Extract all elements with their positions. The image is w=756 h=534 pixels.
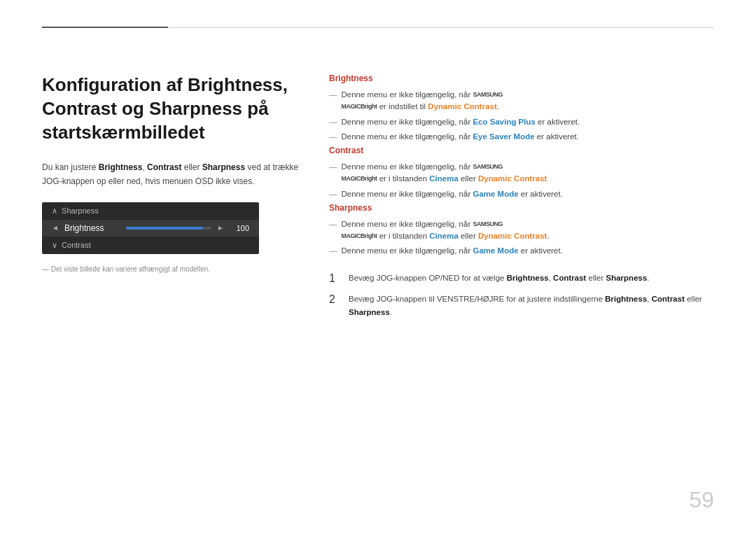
- page-container: Konfiguration af Brightness,Contrast og …: [0, 0, 756, 534]
- osd-right-arrow: ►: [217, 224, 224, 232]
- osd-contrast-label: ∨ Contrast: [52, 241, 91, 250]
- contrast-section: Contrast — Denne menu er ikke tilgængeli…: [329, 146, 714, 200]
- dash-icon: —: [329, 89, 337, 101]
- step-2: 2 Bevæg JOG-knappen til VENSTRE/HØJRE fo…: [329, 293, 714, 318]
- footnote: Det viste billede kan variere afhængigt …: [42, 265, 301, 273]
- sharpness-item-1-text: Denne menu er ikke tilgængelig, når SAMS…: [342, 218, 550, 243]
- game-mode-1: Game Mode: [472, 190, 518, 198]
- step-1-text: Bevæg JOG-knappen OP/NED for at vælge Br…: [349, 272, 650, 284]
- step2-contrast: Contrast: [652, 295, 685, 303]
- osd-row-brightness: ◄ Brightness ► 100: [42, 220, 259, 237]
- dynamic-contrast-3: Dynamic Contrast: [478, 232, 547, 240]
- step2-sharpness: Sharpness: [349, 308, 390, 316]
- brightness-section: Brightness — Denne menu er ikke tilgænge…: [329, 73, 714, 143]
- intro-brightness: Brightness: [99, 162, 143, 172]
- step-2-text: Bevæg JOG-knappen til VENSTRE/HØJRE for …: [349, 293, 714, 318]
- page-title: Konfiguration af Brightness,Contrast og …: [42, 73, 301, 144]
- contrast-item-1: — Denne menu er ikke tilgængelig, når SA…: [329, 161, 714, 185]
- left-column: Konfiguration af Brightness,Contrast og …: [42, 73, 301, 325]
- top-line-dark: [42, 27, 168, 28]
- right-column: Brightness — Denne menu er ikke tilgænge…: [329, 73, 714, 325]
- osd-sharpness-label: ∧ Sharpness: [52, 206, 99, 216]
- cinema-2: Cinema: [429, 232, 458, 240]
- game-mode-2: Game Mode: [472, 246, 518, 255]
- intro-sharpness: Sharpness: [202, 162, 245, 172]
- brightness-item-1-text: Denne menu er ikke tilgængelig, når SAMS…: [342, 89, 503, 113]
- sharpness-section: Sharpness — Denne menu er ikke tilgængel…: [329, 203, 714, 258]
- osd-left-arrow: ◄: [52, 224, 59, 232]
- step-2-number: 2: [329, 293, 342, 307]
- dash-icon-3: —: [329, 131, 337, 143]
- contrast-heading: Contrast: [329, 146, 714, 155]
- brightness-item-2-text: Denne menu er ikke tilgængelig, når Eco …: [342, 116, 580, 128]
- step-1: 1 Bevæg JOG-knappen OP/NED for at vælge …: [329, 272, 714, 286]
- contrast-item-1-text: Denne menu er ikke tilgængelig, når SAMS…: [342, 161, 547, 185]
- step1-brightness: Brightness: [507, 274, 549, 282]
- osd-brightness-label: Brightness: [64, 223, 120, 233]
- sharpness-item-1: — Denne menu er ikke tilgængelig, når SA…: [329, 218, 714, 243]
- top-decorative-lines: [42, 27, 714, 28]
- top-line-light: [168, 27, 714, 28]
- dash-icon-5: —: [329, 188, 337, 200]
- intro-contrast: Contrast: [147, 162, 181, 172]
- page-number: 59: [689, 487, 714, 513]
- osd-brightness-value: 100: [230, 224, 249, 232]
- osd-slider: [126, 227, 211, 230]
- dash-icon-4: —: [329, 161, 337, 173]
- eco-saving-plus: Eco Saving Plus: [472, 118, 535, 126]
- dash-icon-6: —: [329, 218, 337, 230]
- steps-section: 1 Bevæg JOG-knappen OP/NED for at vælge …: [329, 272, 714, 319]
- eye-saver-mode: Eye Saver Mode: [472, 132, 534, 141]
- step1-contrast: Contrast: [553, 274, 586, 282]
- dynamic-contrast-2: Dynamic Contrast: [478, 174, 547, 183]
- sharpness-item-2-text: Denne menu er ikke tilgængelig, når Game…: [342, 245, 563, 257]
- step2-brightness: Brightness: [605, 295, 647, 303]
- contrast-item-2-text: Denne menu er ikke tilgængelig, når Game…: [342, 188, 563, 200]
- osd-widget: ∧ Sharpness ◄ Brightness ► 100 ∨ Contras…: [42, 202, 259, 254]
- step1-sharpness: Sharpness: [606, 274, 648, 282]
- contrast-item-2: — Denne menu er ikke tilgængelig, når Ga…: [329, 188, 714, 200]
- dynamic-contrast-1: Dynamic Contrast: [428, 102, 496, 111]
- osd-row-contrast: ∨ Contrast: [42, 237, 259, 254]
- page-intro: Du kan justere Brightness, Contrast elle…: [42, 161, 301, 188]
- osd-slider-fill: [126, 227, 203, 230]
- brightness-item-1: — Denne menu er ikke tilgængelig, når SA…: [329, 89, 714, 113]
- osd-row-sharpness: ∧ Sharpness: [42, 202, 259, 220]
- dash-icon-7: —: [329, 245, 337, 257]
- cinema-1: Cinema: [429, 174, 458, 183]
- brightness-item-3: — Denne menu er ikke tilgængelig, når Ey…: [329, 131, 714, 143]
- brightness-item-2: — Denne menu er ikke tilgængelig, når Ec…: [329, 116, 714, 128]
- dash-icon-2: —: [329, 116, 337, 128]
- main-content: Konfiguration af Brightness,Contrast og …: [42, 73, 714, 325]
- brightness-heading: Brightness: [329, 73, 714, 83]
- brightness-item-3-text: Denne menu er ikke tilgængelig, når Eye …: [342, 131, 579, 143]
- sharpness-item-2: — Denne menu er ikke tilgængelig, når Ga…: [329, 245, 714, 257]
- step-1-number: 1: [329, 272, 342, 286]
- osd-slider-track: [126, 227, 211, 230]
- sharpness-heading: Sharpness: [329, 203, 714, 213]
